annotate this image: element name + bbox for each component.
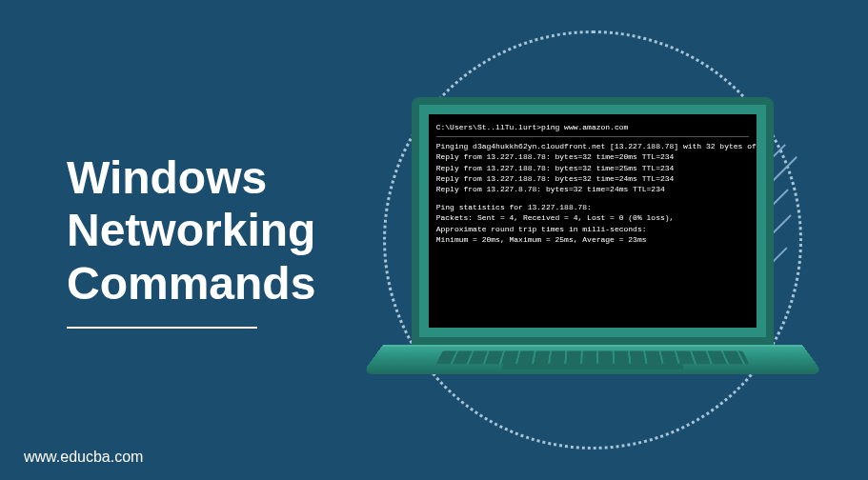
main-container: Windows Networking Commands C:\Users\St.… — [0, 0, 868, 480]
laptop-screen: C:\Users\St..llTu.lurt>ping www.amazon.c… — [412, 97, 774, 345]
laptop-keyboard-base — [361, 345, 824, 374]
illustration-section: C:\Users\St..llTu.lurt>ping www.amazon.c… — [354, 0, 830, 480]
terminal-prompt: C:\Users\St..llTu.lurt>ping www.amazon.c… — [436, 122, 749, 132]
title-line-2: Networking — [67, 204, 354, 256]
terminal-reply: Reply from 13.227.188.78: bytes=32 time=… — [436, 173, 749, 184]
terminal-reply: Reply from 13.227.188.78: bytes=32 time=… — [436, 151, 749, 162]
page-title: Windows Networking Commands — [67, 151, 354, 310]
terminal-approx: Approximate round trip times in milli-se… — [436, 224, 749, 234]
footer-url: www.educba.com — [24, 449, 143, 466]
title-line-3: Commands — [67, 257, 354, 310]
terminal-times: Minimum = 20ms, Maximum = 25ms, Average … — [436, 234, 749, 245]
title-line-1: Windows — [67, 151, 354, 204]
terminal-reply: Reply from 13.227.8.78: bytes=32 time=24… — [436, 184, 749, 194]
terminal-pinging: Pinging d3ag4hukkh62yn.cloudfront.net [1… — [436, 141, 749, 151]
terminal-reply: Reply from 13.227.188.78: bytes=32 time=… — [436, 163, 749, 173]
terminal-packets: Packets: Sent = 4, Received = 4, Lost = … — [436, 212, 749, 223]
terminal-window: C:\Users\St..llTu.lurt>ping www.amazon.c… — [429, 114, 757, 328]
title-divider — [67, 327, 257, 329]
title-section: Windows Networking Commands — [38, 151, 354, 329]
terminal-stats-header: Ping statistics for 13.227.188.78: — [436, 202, 749, 212]
laptop-illustration: C:\Users\St..llTu.lurt>ping www.amazon.c… — [412, 97, 774, 383]
